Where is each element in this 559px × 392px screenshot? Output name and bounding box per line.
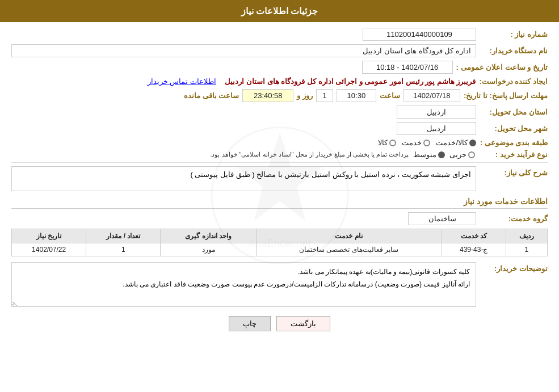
table-header-row: ردیف کد خدمت نام خدمت واحد اندازه گیری ت… bbox=[12, 229, 548, 243]
subject-radio-group: کالا/خدمت خدمت کالا bbox=[378, 138, 476, 147]
response-time-value: 10:30 bbox=[337, 89, 376, 102]
subject-label: طبقه بندی موضوعی : bbox=[480, 138, 548, 147]
contact-link[interactable]: اطلاعات تماس خریدار bbox=[148, 77, 216, 86]
subject-goods-radio[interactable] bbox=[389, 140, 396, 146]
purchase-medium-label: متوسط bbox=[413, 150, 436, 159]
city-row: شهر محل تحویل: اردبیل bbox=[11, 122, 548, 135]
cell-qty: 1 bbox=[86, 243, 161, 256]
subject-service-label: خدمت bbox=[402, 138, 422, 147]
creator-row: ایجاد کننده درخواست: فریبرز هاشم پور رئی… bbox=[11, 77, 548, 86]
response-deadline-row: مهلت ارسال پاسخ: تا تاریخ: 1402/07/18 سا… bbox=[11, 89, 548, 102]
purchase-type-row: نوع فرآیند خرید : جزیی متوسط پرداخت تمام… bbox=[11, 150, 548, 159]
need-number-row: شماره نیاز : 1102001440000109 bbox=[11, 28, 548, 41]
col-qty: تعداد / مقدار bbox=[86, 229, 161, 243]
table-row: 1ج-43-439سایر فعالیت‌های تخصصی ساختمانمو… bbox=[12, 243, 548, 256]
subject-goods-service-label: کالا/خدمت bbox=[436, 138, 468, 147]
cell-unit: مورد bbox=[161, 243, 256, 256]
purchase-partial-radio[interactable] bbox=[468, 151, 475, 158]
page-title: جزئیات اطلاعات نیاز bbox=[241, 6, 318, 16]
response-remaining-label: ساعت باقی مانده bbox=[184, 91, 239, 100]
purchase-partial-label: جزیی bbox=[449, 150, 466, 159]
buyer-org-row: نام دستگاه خریدار: اداره کل فرودگاه های … bbox=[11, 44, 548, 57]
purchase-note: پرداخت تمام یا بخشی از مبلغ خریدار از مح… bbox=[210, 151, 409, 158]
purchase-medium-radio[interactable] bbox=[438, 151, 445, 158]
col-service-code: کد خدمت bbox=[442, 229, 506, 243]
buyer-notes-label: توضیحات خریدار: bbox=[480, 262, 548, 273]
province-row: استان محل تحویل: اردبیل bbox=[11, 106, 548, 119]
buyer-org-label: نام دستگاه خریدار: bbox=[480, 47, 548, 55]
subject-row: طبقه بندی موضوعی : کالا/خدمت خدمت کالا bbox=[11, 138, 548, 147]
back-button[interactable]: بازگشت bbox=[276, 316, 330, 331]
col-service-name: نام خدمت bbox=[256, 229, 442, 243]
purchase-medium-option[interactable]: متوسط bbox=[413, 150, 445, 159]
city-label: شهر محل تحویل: bbox=[480, 124, 548, 133]
services-section-title: اطلاعات خدمات مورد نیاز bbox=[11, 197, 548, 209]
buyer-notes-textarea[interactable] bbox=[11, 262, 476, 307]
response-remaining-value: 23:40:58 bbox=[242, 89, 293, 102]
province-value: اردبیل bbox=[397, 106, 476, 119]
response-deadline-label: مهلت ارسال پاسخ: تا تاریخ: bbox=[464, 91, 548, 100]
purchase-type-label: نوع فرآیند خرید : bbox=[480, 150, 548, 159]
response-days-value: 1 bbox=[316, 89, 333, 102]
cell-row: 1 bbox=[506, 243, 547, 256]
need-number-label: شماره نیاز : bbox=[480, 30, 548, 39]
service-group-value: ساختمان bbox=[408, 212, 476, 225]
need-description-textarea[interactable] bbox=[11, 166, 476, 191]
announce-date-row: تاریخ و ساعت اعلان عمومی : 1402/07/16 - … bbox=[11, 61, 548, 74]
content-area: شماره نیاز : 1102001440000109 نام دستگاه… bbox=[0, 22, 559, 343]
response-date-value: 1402/07/18 bbox=[404, 89, 460, 102]
service-group-row: گروه خدمت: ساختمان bbox=[11, 212, 548, 225]
subject-goods-service-radio[interactable] bbox=[469, 140, 476, 146]
page-header: جزئیات اطلاعات نیاز bbox=[0, 0, 559, 22]
response-time-label: ساعت bbox=[380, 91, 400, 100]
col-unit: واحد اندازه گیری bbox=[161, 229, 256, 243]
announce-date-value: 1402/07/16 - 10:18 bbox=[362, 61, 453, 74]
creator-value[interactable]: فریبرز هاشم پور رئیس امور عمومی و اجرائی… bbox=[225, 77, 476, 86]
cell-name: سایر فعالیت‌های تخصصی ساختمان bbox=[256, 243, 442, 256]
page-container: AnaEnder.net جزئیات اطلاعات نیاز شماره ن… bbox=[0, 0, 559, 392]
city-value: اردبیل bbox=[397, 122, 476, 135]
response-days-label: روز و bbox=[297, 91, 313, 100]
subject-goods-label: کالا bbox=[378, 138, 388, 147]
buyer-notes-row: توضیحات خریدار: bbox=[11, 262, 548, 307]
print-button[interactable]: چاپ bbox=[229, 316, 271, 331]
subject-goods-option[interactable]: کالا bbox=[378, 138, 396, 147]
cell-date: 1402/07/22 bbox=[12, 243, 86, 256]
need-number-value: 1102001440000109 bbox=[363, 28, 476, 41]
items-table: ردیف کد خدمت نام خدمت واحد اندازه گیری ت… bbox=[11, 229, 548, 256]
service-group-label: گروه خدمت: bbox=[480, 214, 548, 223]
divider-1 bbox=[11, 162, 548, 163]
announce-date-label: تاریخ و ساعت اعلان عمومی : bbox=[456, 63, 548, 71]
purchase-partial-option[interactable]: جزیی bbox=[449, 150, 475, 159]
bottom-buttons: بازگشت چاپ bbox=[11, 316, 548, 331]
province-label: استان محل تحویل: bbox=[480, 108, 548, 116]
need-desc-row: شرح کلی نیاز: bbox=[11, 166, 548, 191]
col-row-num: ردیف bbox=[506, 229, 547, 243]
buyer-org-value: اداره کل فرودگاه های استان اردبیل bbox=[11, 44, 476, 57]
subject-service-radio[interactable] bbox=[423, 140, 430, 146]
creator-label: ایجاد کننده درخواست: bbox=[479, 77, 548, 86]
cell-code: ج-43-439 bbox=[442, 243, 506, 256]
subject-goods-service-option[interactable]: کالا/خدمت bbox=[436, 138, 476, 147]
subject-service-option[interactable]: خدمت bbox=[402, 138, 430, 147]
need-desc-label: شرح کلی نیاز: bbox=[480, 166, 548, 177]
col-date: تاریخ نیاز bbox=[12, 229, 86, 243]
